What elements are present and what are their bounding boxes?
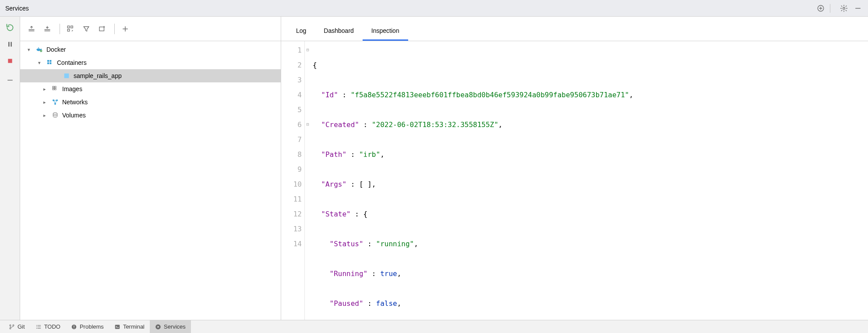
tree-node-sample-rails-app[interactable]: sample_rails_app — [20, 69, 281, 82]
svg-rect-20 — [55, 86, 56, 88]
tab-log[interactable]: Log — [287, 22, 315, 41]
chevron-down-icon[interactable]: ▾ — [25, 47, 32, 53]
group-by-icon[interactable] — [64, 22, 78, 36]
fold-gutter: ⊟ ⊟ — [305, 41, 312, 320]
expand-all-icon[interactable] — [25, 22, 39, 36]
tab-dashboard[interactable]: Dashboard — [315, 22, 363, 41]
code-token: : — [338, 91, 351, 99]
code-content[interactable]: { "Id" : "f5a8e5522f4813eeebf601ffbea8bd… — [312, 41, 868, 320]
hide-icon[interactable] — [4, 74, 17, 87]
open-new-tab-icon[interactable] — [95, 22, 109, 36]
tab-inspection[interactable]: Inspection — [363, 22, 408, 41]
filter-icon[interactable] — [79, 22, 93, 36]
chevron-right-icon[interactable]: ▸ — [41, 99, 48, 105]
tree-node-containers[interactable]: ▾ Containers — [20, 56, 281, 69]
svg-rect-16 — [47, 62, 49, 64]
tree-node-label: sample_rails_app — [74, 72, 122, 79]
svg-rect-6 — [67, 29, 70, 31]
svg-rect-9 — [37, 49, 38, 50]
svg-rect-8 — [99, 27, 104, 31]
status-item-todo[interactable]: TODO — [30, 320, 66, 333]
status-item-git[interactable]: Git — [4, 320, 30, 333]
services-tree[interactable]: ▾ Docker ▾ Containers sample_rails_app — [20, 41, 281, 320]
line-number: 14 — [281, 237, 302, 252]
svg-rect-11 — [39, 49, 40, 50]
svg-rect-4 — [8, 59, 12, 63]
stop-icon[interactable] — [4, 54, 17, 67]
code-token: : { — [351, 210, 368, 218]
tree-node-label: Volumes — [62, 112, 86, 119]
tree-node-label: Containers — [57, 59, 87, 66]
code-token: "running" — [376, 240, 414, 248]
chevron-right-icon[interactable]: ▸ — [41, 86, 48, 92]
svg-rect-2 — [8, 42, 10, 47]
warning-icon — [71, 324, 77, 330]
services-tree-panel: ▾ Docker ▾ Containers sample_rails_app — [20, 17, 281, 320]
code-token: "Id" — [321, 91, 338, 99]
code-token: , — [629, 91, 633, 99]
code-token: "Status" — [330, 240, 363, 248]
tree-toolbar — [20, 17, 281, 41]
line-number: 5 — [281, 103, 302, 117]
status-label: Services — [164, 323, 186, 330]
code-token: "f5a8e5522f4813eeebf601ffbea8bd0b46ef593… — [351, 91, 629, 99]
code-token: true — [380, 269, 397, 278]
code-token: : — [346, 150, 359, 159]
line-number: 2 — [281, 58, 302, 73]
right-panel: Log Dashboard Inspection 1 2 3 4 5 6 7 8… — [281, 17, 868, 320]
code-token: , — [414, 240, 418, 248]
svg-rect-14 — [47, 60, 49, 62]
collapse-all-icon[interactable] — [40, 22, 54, 36]
line-number: 8 — [281, 147, 302, 162]
fold-marker-icon[interactable]: ⊟ — [305, 121, 311, 127]
code-token: false — [376, 299, 397, 308]
code-token: "State" — [321, 210, 350, 218]
tree-node-networks[interactable]: ▸ Networks — [20, 96, 281, 109]
svg-point-25 — [54, 103, 56, 105]
svg-rect-18 — [64, 74, 69, 78]
add-icon[interactable] — [118, 22, 132, 36]
chevron-down-icon[interactable]: ▾ — [36, 60, 43, 66]
code-token: : [ ], — [346, 180, 376, 188]
tree-node-volumes[interactable]: ▸ Volumes — [20, 109, 281, 122]
line-number: 7 — [281, 132, 302, 147]
code-token: , — [397, 299, 402, 308]
containers-icon — [46, 58, 54, 67]
minimize-icon[interactable] — [853, 4, 863, 13]
fold-marker-icon[interactable]: ⊟ — [305, 47, 311, 53]
tree-node-label: Docker — [46, 46, 66, 53]
networks-icon — [51, 98, 60, 106]
tree-node-label: Images — [62, 85, 82, 92]
line-number: 10 — [281, 177, 302, 192]
svg-rect-7 — [71, 26, 73, 28]
code-token: : — [363, 299, 376, 308]
svg-rect-21 — [53, 89, 54, 90]
line-number: 3 — [281, 73, 302, 88]
gear-icon[interactable] — [839, 4, 849, 13]
rerun-icon[interactable] — [4, 21, 17, 34]
container-icon — [62, 71, 71, 80]
play-icon — [155, 324, 161, 330]
status-item-services[interactable]: Services — [150, 320, 191, 333]
code-token: : — [359, 120, 372, 129]
status-item-terminal[interactable]: Terminal — [109, 320, 150, 333]
add-service-icon[interactable] — [816, 4, 826, 13]
svg-point-29 — [13, 325, 14, 326]
tree-node-docker[interactable]: ▾ Docker — [20, 43, 281, 56]
line-number: 13 — [281, 222, 302, 237]
json-editor[interactable]: 1 2 3 4 5 6 7 8 9 10 11 12 13 14 ⊟ ⊟ { "… — [281, 41, 868, 320]
tree-node-images[interactable]: ▸ Images — [20, 82, 281, 96]
svg-point-27 — [10, 325, 11, 326]
line-number-gutter: 1 2 3 4 5 6 7 8 9 10 11 12 13 14 — [281, 41, 305, 320]
volumes-icon — [51, 111, 60, 120]
status-item-problems[interactable]: Problems — [66, 320, 109, 333]
chevron-right-icon[interactable]: ▸ — [41, 113, 48, 118]
line-number: 12 — [281, 207, 302, 222]
tree-node-label: Networks — [62, 99, 88, 106]
code-token: : — [363, 240, 376, 248]
code-token: : — [367, 269, 380, 278]
svg-rect-15 — [49, 60, 51, 62]
code-token: , — [380, 150, 385, 159]
code-token: , — [498, 120, 503, 129]
pause-icon[interactable] — [4, 38, 17, 51]
